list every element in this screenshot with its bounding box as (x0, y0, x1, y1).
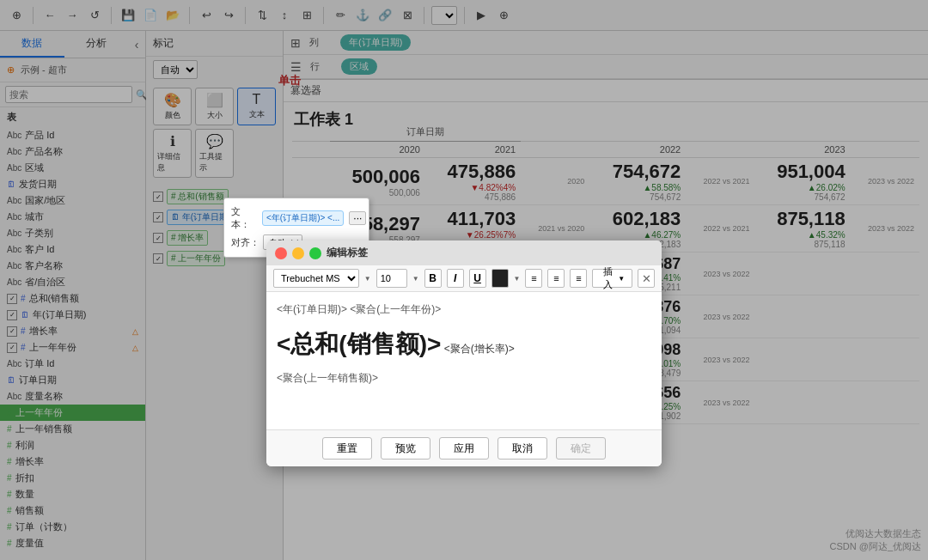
edit-label-modal: 编辑标签 Trebuchet MS ▼ ▼ B I U ▼ ≡ ≡ ≡ 插入 ▼… (266, 240, 662, 466)
italic-btn[interactable]: I (447, 269, 464, 288)
popup-text-label: 文本： (231, 205, 257, 231)
modal-line3: <聚合(上一年销售额)> (277, 369, 651, 388)
modal-line1: <年(订单日期)> <聚合(上一年年份)> (277, 301, 651, 320)
size-dropdown-arrow: ▼ (412, 275, 419, 283)
align-right-btn[interactable]: ≡ (570, 269, 587, 288)
bold-btn[interactable]: B (424, 269, 442, 288)
popup-dots[interactable]: ··· (349, 211, 366, 225)
modal-title-text: 编辑标签 (327, 246, 653, 260)
modal-font-select[interactable]: Trebuchet MS (273, 269, 359, 288)
underline-btn[interactable]: U (469, 269, 486, 288)
modal-content-area[interactable]: <年(订单日期)> <聚合(上一年年份)> <总和(销售额)> <聚合(增长率)… (266, 292, 662, 429)
cancel-btn[interactable]: 取消 (498, 437, 547, 460)
align-center-btn[interactable]: ≡ (547, 269, 565, 288)
modal-line2-container: <总和(销售额)> <聚合(增长率)> (277, 323, 651, 366)
font-size-input[interactable] (376, 269, 407, 288)
watermark-line2: CSDN @阿达_优阅达 (829, 540, 921, 553)
modal-toolbar-close[interactable]: ✕ (638, 269, 655, 288)
modal-line2-suffix: <聚合(增长率)> (444, 343, 515, 355)
modal-titlebar: 编辑标签 (266, 240, 662, 265)
watermark-line1: 优阅达大数据生态 (829, 527, 921, 540)
reset-btn[interactable]: 重置 (322, 437, 372, 460)
insert-label: 插入 (600, 265, 616, 291)
modal-max-btn[interactable] (309, 247, 321, 259)
insert-btn[interactable]: 插入 ▼ (592, 269, 632, 288)
align-left-btn[interactable]: ≡ (525, 269, 542, 288)
watermark: 优阅达大数据生态 CSDN @阿达_优阅达 (829, 527, 921, 553)
modal-close-btn[interactable] (275, 247, 287, 259)
insert-dropdown-arrow: ▼ (618, 275, 625, 283)
modal-toolbar: Trebuchet MS ▼ ▼ B I U ▼ ≡ ≡ ≡ 插入 ▼ ✕ (266, 265, 662, 292)
popup-field-pill[interactable]: <年(订单日期)> <... (262, 210, 344, 226)
popup-text-row: 文本： <年(订单日期)> <... ··· (231, 205, 362, 231)
font-dropdown-arrow: ▼ (364, 275, 371, 283)
modal-min-btn[interactable] (292, 247, 304, 259)
preview-btn[interactable]: 预览 (381, 437, 430, 460)
modal-footer: 重置 预览 应用 取消 确定 (266, 429, 662, 466)
popup-align-label: 对齐： (231, 236, 259, 249)
modal-big-text: <总和(销售额)> (277, 331, 441, 357)
apply-btn[interactable]: 应用 (439, 437, 489, 460)
color-picker-btn[interactable] (491, 269, 509, 288)
color-dropdown-arrow: ▼ (514, 275, 521, 283)
ok-btn[interactable]: 确定 (556, 437, 606, 460)
